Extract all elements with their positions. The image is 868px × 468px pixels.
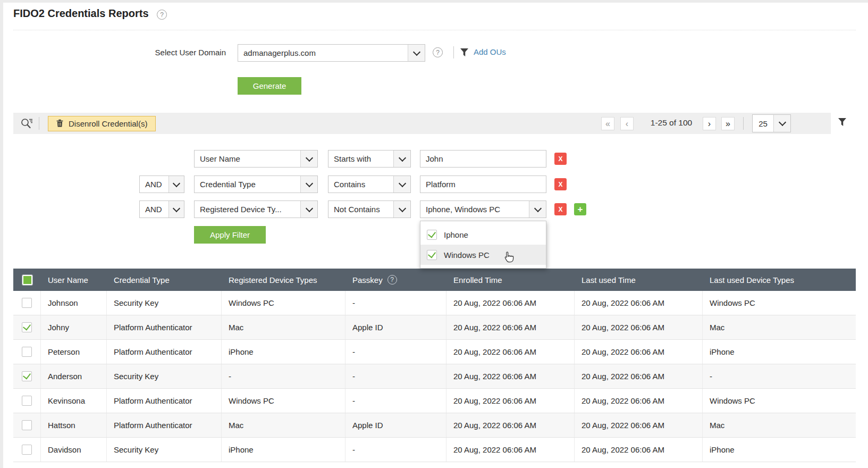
filter3-device-multiselect[interactable]: Iphone, Windows PC: [420, 200, 546, 218]
filter1-field-select[interactable]: User Name: [194, 150, 318, 168]
row-checkbox[interactable]: [22, 322, 32, 332]
domain-help-icon[interactable]: ?: [433, 47, 443, 57]
page-help-icon[interactable]: ?: [157, 10, 167, 20]
cell-enrolled-time: 20 Aug, 2022 06:06 AM: [446, 340, 575, 364]
cell-passkey: -: [345, 291, 446, 315]
title-separator: [13, 30, 856, 30]
add-filter-row-button[interactable]: +: [574, 203, 586, 215]
cell-last-used-device-types: Mac: [703, 413, 856, 437]
chevron-down-icon[interactable]: [393, 201, 410, 218]
filter2-remove-button[interactable]: X: [554, 178, 567, 190]
user-domain-value: admanagerplus.com: [238, 45, 408, 61]
add-ous-funnel-icon[interactable]: [460, 48, 468, 59]
next-page-button[interactable]: ›: [703, 117, 716, 130]
cell-registered-device-types: Windows PC: [222, 291, 345, 315]
filter3-device-value: Iphone, Windows PC: [420, 201, 529, 218]
dropdown-option-windows-pc[interactable]: Windows PC: [420, 245, 546, 265]
chevron-down-icon[interactable]: [773, 115, 790, 132]
hand-pointer-cursor-icon: [503, 251, 515, 266]
cell-last-used-time: 20 Aug, 2022 06:06 AM: [575, 413, 703, 437]
cell-last-used-device-types: iPhone: [703, 340, 856, 364]
filter1-remove-button[interactable]: X: [554, 153, 567, 165]
chevron-down-icon[interactable]: [300, 176, 317, 193]
row-checkbox[interactable]: [22, 298, 32, 308]
chevron-down-icon[interactable]: [168, 201, 184, 218]
iphone-checkbox[interactable]: [427, 230, 437, 240]
cell-registered-device-types: Windows PC: [222, 389, 345, 413]
page-size-select[interactable]: 25: [752, 114, 791, 132]
pagination-range: 1-25 of 100: [639, 118, 703, 128]
filter2-value-input[interactable]: [420, 176, 546, 193]
column-search-icon[interactable]: [20, 117, 33, 132]
chevron-down-icon[interactable]: [529, 201, 546, 218]
cell-user-name: Anderson: [41, 364, 107, 388]
cell-registered-device-types: iPhone: [222, 438, 345, 462]
cell-last-used-time: 20 Aug, 2022 06:06 AM: [575, 438, 703, 462]
last-page-button[interactable]: »: [721, 117, 735, 130]
filter1-operator-value: Starts with: [328, 151, 393, 167]
cell-last-used-time: 20 Aug, 2022 06:06 AM: [575, 389, 703, 413]
filter2-field-select[interactable]: Credential Type: [194, 176, 318, 193]
windows-pc-checkbox[interactable]: [427, 250, 437, 260]
row-checkbox[interactable]: [22, 420, 32, 430]
filter3-conjunction-select[interactable]: AND: [139, 200, 184, 218]
filter3-operator-select[interactable]: Not Contains: [328, 200, 411, 218]
cell-passkey: -: [345, 340, 446, 364]
select-user-domain-label: Select User Domain: [96, 48, 226, 57]
filter2-conjunction-select[interactable]: AND: [139, 176, 184, 193]
user-domain-select[interactable]: admanagerplus.com: [238, 44, 425, 62]
passkey-help-icon[interactable]: ?: [387, 275, 397, 285]
chevron-down-icon[interactable]: [408, 45, 425, 61]
chevron-down-icon[interactable]: [300, 151, 317, 167]
cell-credential-type: Security Key: [107, 291, 222, 315]
cell-user-name: Kevinsona: [41, 389, 107, 413]
cell-registered-device-types: -: [222, 364, 345, 388]
page-size-value: 25: [753, 115, 773, 132]
row-checkbox[interactable]: [22, 396, 32, 406]
chevron-down-icon[interactable]: [393, 151, 410, 167]
cell-passkey: Apple ID: [345, 413, 446, 437]
table-row: Kevinsona Platform Authenticator Windows…: [13, 389, 856, 413]
divider: [743, 117, 744, 130]
filter1-operator-select[interactable]: Starts with: [328, 150, 411, 168]
cell-credential-type: Security Key: [107, 438, 222, 462]
generate-button[interactable]: Generate: [238, 77, 301, 95]
cell-registered-device-types: Mac: [222, 413, 345, 437]
dropdown-option-label: Iphone: [444, 230, 468, 239]
window-top-edge: [0, 0, 868, 3]
row-checkbox[interactable]: [22, 371, 32, 381]
cell-enrolled-time: 20 Aug, 2022 06:06 AM: [446, 315, 575, 339]
filter2-operator-select[interactable]: Contains: [328, 176, 411, 193]
filter3-field-select[interactable]: Registered Device Ty...: [194, 200, 318, 218]
row-checkbox[interactable]: [22, 445, 32, 455]
table-row: Peterson Platform Authenticator iPhone -…: [13, 340, 856, 364]
first-page-button[interactable]: «: [601, 117, 614, 130]
prev-page-button[interactable]: ‹: [620, 117, 634, 130]
chevron-down-icon[interactable]: [300, 201, 317, 218]
cell-credential-type: Platform Authenticator: [107, 315, 222, 339]
table-filter-funnel-icon[interactable]: [838, 118, 846, 128]
select-all-checkbox[interactable]: [22, 275, 32, 285]
dropdown-option-label: Windows PC: [444, 250, 490, 260]
cell-registered-device-types: Mac: [222, 315, 345, 339]
trash-icon: [56, 119, 63, 129]
filter3-field-value: Registered Device Ty...: [195, 201, 300, 218]
col-registered-device-types: Registered Device Types: [222, 269, 345, 291]
filter3-remove-button[interactable]: X: [554, 203, 567, 215]
apply-filter-button[interactable]: Apply Filter: [194, 226, 266, 244]
filter2-operator-value: Contains: [328, 176, 393, 193]
filter2-conjunction-value: AND: [140, 176, 168, 193]
add-ous-link[interactable]: Add OUs: [474, 47, 506, 56]
col-user-name: User Name: [41, 269, 107, 291]
cell-enrolled-time: 20 Aug, 2022 06:06 AM: [446, 364, 575, 388]
row-checkbox[interactable]: [22, 347, 32, 357]
dropdown-option-iphone[interactable]: Iphone: [420, 224, 546, 245]
cell-passkey: -: [345, 438, 446, 462]
col-passkey: Passkey ?: [345, 269, 446, 291]
filter1-value-input[interactable]: [420, 150, 546, 168]
col-last-used-device-types: Last used Device Types: [703, 269, 856, 291]
chevron-down-icon[interactable]: [393, 176, 410, 193]
cell-enrolled-time: 20 Aug, 2022 06:06 AM: [446, 413, 575, 437]
disenroll-credentials-button[interactable]: Disenroll Credential(s): [48, 116, 156, 131]
chevron-down-icon[interactable]: [168, 176, 184, 193]
